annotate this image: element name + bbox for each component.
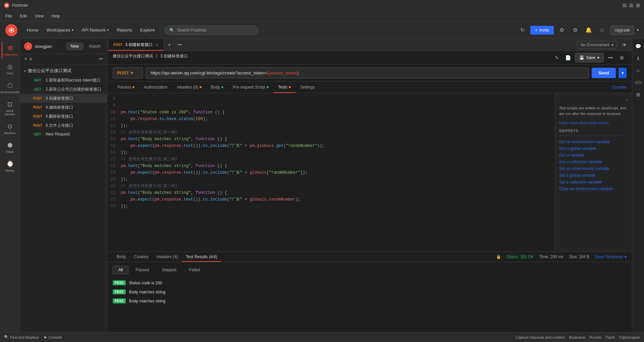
- tab-headers[interactable]: Headers (9): [172, 81, 206, 93]
- snippet-set-global-var[interactable]: Set a global variable: [559, 172, 628, 179]
- invite-button[interactable]: + Invite: [530, 26, 554, 35]
- add-collection-icon[interactable]: +: [24, 56, 27, 62]
- bottom-left: 🔍 Find and Replace ▶ Console: [4, 335, 62, 339]
- settings-icon[interactable]: ⚙: [570, 25, 581, 36]
- upgrade-button[interactable]: Upgrade: [610, 25, 634, 35]
- menu-file[interactable]: File: [4, 12, 13, 20]
- nav-reports[interactable]: Reports: [113, 25, 136, 35]
- request-item-7[interactable]: GET New Request: [20, 130, 107, 138]
- more-options-icon[interactable]: •••: [99, 57, 103, 61]
- resp-tab-cookies[interactable]: Cookies: [130, 252, 152, 262]
- url-input[interactable]: https://api.weixin.qq.com/cgi-bin/tags/c…: [146, 67, 589, 78]
- tab-pre-request[interactable]: Pre-request Script: [228, 81, 273, 93]
- nav-actions: ↻ + Invite ⚙ ⚙ 🔔 ☺ Upgrade ▾: [517, 25, 639, 36]
- maximize-button[interactable]: □: [629, 3, 633, 7]
- sidebar-item-history[interactable]: ⌚ History: [2, 158, 18, 175]
- tab-settings[interactable]: Settings: [296, 81, 319, 93]
- resp-tab-test-results[interactable]: Test Results (4/4): [182, 252, 221, 262]
- eye-icon[interactable]: 👁: [620, 40, 629, 50]
- sort-icon[interactable]: ≡: [29, 56, 32, 62]
- sidebar-item-mock-servers[interactable]: ⊡ Mock Servers: [2, 98, 18, 119]
- import-button[interactable]: Import: [86, 42, 103, 50]
- new-button[interactable]: New: [66, 42, 84, 50]
- nav-home[interactable]: Home: [23, 25, 43, 35]
- request-item-5[interactable]: POST 5.删除标签接口: [20, 112, 107, 121]
- info-icon[interactable]: ℹ: [634, 54, 643, 63]
- sidebar-item-monitors[interactable]: ⊙ Monitors: [2, 120, 18, 137]
- nav-logo[interactable]: [5, 24, 17, 36]
- title-bar-controls[interactable]: — □ ✕: [623, 3, 640, 7]
- tab-more-button[interactable]: •••: [175, 39, 185, 51]
- request-item-6[interactable]: POST 6.文件上传接口: [20, 121, 107, 130]
- send-button[interactable]: Send: [592, 68, 616, 78]
- sync-icon[interactable]: ↻: [517, 25, 528, 36]
- snippet-clear-env-var[interactable]: Clear an environment variable: [559, 185, 628, 192]
- menu-view[interactable]: View: [34, 12, 45, 20]
- tab-params[interactable]: Params: [113, 81, 139, 93]
- request-item-3[interactable]: POST 3.创建标签接口: [20, 94, 107, 103]
- cookies-link[interactable]: Cookies: [612, 85, 627, 90]
- trash-button[interactable]: Trash: [606, 335, 615, 339]
- environment-selector[interactable]: No Environment ▾: [577, 41, 617, 49]
- snippet-set-env-var[interactable]: Set an environment variable: [559, 165, 628, 172]
- panel-layout-icon[interactable]: ⊞: [617, 53, 627, 62]
- sidebar-item-collections[interactable]: ⊞ Collections: [2, 42, 18, 59]
- capture-button[interactable]: Capture requests and cookies: [516, 335, 565, 339]
- cookie-icon[interactable]: ☺: [597, 25, 607, 36]
- code-editor[interactable]: 8 9 10 pm.test("Status code is 200", fun…: [107, 93, 555, 251]
- request-item-4[interactable]: POST 4.编辑标签接口: [20, 103, 107, 112]
- resp-tab-headers[interactable]: Headers (4): [153, 252, 182, 262]
- sidebar-item-flows[interactable]: ⬢ Flows: [2, 139, 18, 156]
- find-replace-button[interactable]: 🔍 Find and Replace: [4, 335, 39, 339]
- search-bar[interactable]: 🔍 Search Postman: [164, 25, 258, 35]
- save-response-button[interactable]: Save Response ▾: [595, 254, 627, 259]
- tab-body[interactable]: Body: [206, 81, 228, 93]
- teams-icon[interactable]: ⚙: [556, 25, 567, 36]
- filter-all[interactable]: All: [113, 266, 128, 274]
- expand-panel-icon[interactable]: ›: [626, 97, 628, 103]
- nav-api-network[interactable]: API Network ▾: [77, 25, 113, 35]
- method-select[interactable]: POST ▾: [113, 67, 143, 78]
- request-item-1[interactable]: GET 1.获取鉴权码access token接口: [20, 76, 107, 85]
- close-button[interactable]: ✕: [636, 3, 640, 7]
- snippet-get-collection-var[interactable]: Get a collection variable: [559, 159, 628, 165]
- snippet-get-var[interactable]: Get a variable: [559, 152, 628, 159]
- tab-tests[interactable]: Tests: [273, 81, 296, 93]
- resp-tab-body[interactable]: Body: [113, 252, 130, 262]
- sidebar-item-apis[interactable]: ◎ APIs: [2, 60, 18, 78]
- edit-icon[interactable]: ✎: [552, 53, 561, 62]
- cookie-right-icon[interactable]: ☺: [634, 66, 643, 75]
- send-arrow-button[interactable]: ▾: [619, 68, 627, 78]
- code-icon[interactable]: </>: [634, 78, 643, 87]
- url-token: {{access_token}}: [267, 70, 300, 75]
- filter-skipped[interactable]: Skipped: [156, 266, 182, 274]
- layout-icon[interactable]: ⊞: [634, 90, 643, 99]
- sidebar-item-environments[interactable]: ⬡ Environments: [2, 79, 18, 97]
- save-button[interactable]: 💾 Save ▾: [575, 53, 604, 62]
- runner-button[interactable]: Runner: [590, 335, 602, 339]
- more-options-icon[interactable]: •••: [606, 53, 615, 62]
- nav-explore[interactable]: Explore: [136, 25, 159, 35]
- collection-header[interactable]: ▾ 微信公众平台接口测试: [20, 66, 107, 76]
- filter-failed[interactable]: Failed: [183, 266, 206, 274]
- snippet-get-env-var[interactable]: Get an environment variable: [559, 138, 628, 145]
- bootcamp-button[interactable]: Bootcamp: [569, 335, 586, 339]
- comment-icon[interactable]: 💬: [634, 42, 643, 51]
- tab-close-icon[interactable]: ✕: [155, 43, 159, 47]
- minimize-button[interactable]: —: [623, 3, 627, 7]
- active-tab[interactable]: POST 3.创建标签接口 ✕: [109, 39, 164, 51]
- learn-more-link[interactable]: Learn more about tests scripts: [559, 121, 609, 125]
- console-button[interactable]: ▶ Console: [44, 335, 62, 339]
- menu-edit[interactable]: Edit: [18, 12, 28, 20]
- snippet-get-global-var[interactable]: Get a global variable: [559, 145, 628, 152]
- snippet-set-collection-var[interactable]: Set a collection variable: [559, 179, 628, 185]
- menu-help[interactable]: Help: [50, 12, 61, 20]
- filter-passed[interactable]: Passed: [130, 266, 155, 274]
- notification-icon[interactable]: 🔔: [583, 25, 594, 36]
- documentation-icon[interactable]: 📄: [564, 53, 573, 62]
- pre-request-dot: [267, 86, 269, 88]
- request-item-2[interactable]: GET 2.获取公众号已创建的标签接口: [20, 85, 107, 94]
- new-tab-button[interactable]: +: [164, 39, 175, 51]
- nav-workspaces[interactable]: Workspaces ▾: [43, 25, 77, 35]
- tab-authorization[interactable]: Authorization: [139, 81, 172, 93]
